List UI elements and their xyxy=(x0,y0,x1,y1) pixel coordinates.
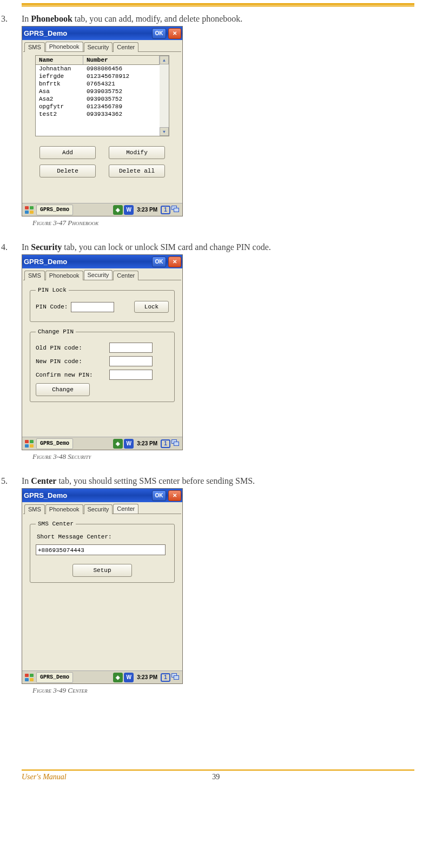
close-button[interactable]: ✕ xyxy=(168,257,181,267)
table-row[interactable]: Asa20939035752 xyxy=(36,95,160,103)
footer-label: User's Manual xyxy=(22,773,67,781)
tab-phonebook[interactable]: Phonebook xyxy=(45,271,83,280)
figure-caption: Figure 3-48 Security xyxy=(32,452,435,461)
col-header-number[interactable]: Number xyxy=(83,56,160,64)
titlebar[interactable]: GPRS_Demo OK ✕ xyxy=(22,255,182,268)
taskbar[interactable]: GPRS_Demo ◈ W 3:23 PM 1 xyxy=(22,437,182,450)
network-icon[interactable]: W xyxy=(124,205,134,215)
confirm-pin-label: Confirm new PIN: xyxy=(36,372,106,378)
change-pin-group: Change PIN Old PIN code: New PIN code: C… xyxy=(30,328,175,402)
figure-caption: Figure 3-49 Center xyxy=(32,686,435,695)
phonebook-list[interactable]: Name Number Johnathan0988086456 iefrgde0… xyxy=(35,55,169,136)
col-header-name[interactable]: Name xyxy=(36,56,83,64)
sms-center-label: Short Message Center: xyxy=(37,534,169,540)
ok-button[interactable]: OK xyxy=(152,490,166,501)
ok-button[interactable]: OK xyxy=(152,257,166,267)
scroll-up-icon[interactable]: ▲ xyxy=(160,56,169,64)
wifi-icon[interactable]: ◈ xyxy=(113,673,123,682)
cascade-windows-icon[interactable] xyxy=(171,206,181,214)
close-button[interactable]: ✕ xyxy=(168,490,181,501)
new-pin-input[interactable] xyxy=(109,356,153,366)
group-label: Change PIN xyxy=(36,328,76,335)
tab-sms[interactable]: SMS xyxy=(24,271,45,280)
pin-code-input[interactable] xyxy=(71,302,114,312)
old-pin-label: Old PIN code: xyxy=(36,345,106,351)
pin-code-label: PIN Code: xyxy=(36,304,68,310)
tab-center[interactable]: Center xyxy=(113,271,138,280)
clock[interactable]: 3:23 PM xyxy=(135,207,160,213)
cascade-windows-icon[interactable] xyxy=(171,439,181,448)
network-icon[interactable]: W xyxy=(124,439,134,449)
taskbar-app-button[interactable]: GPRS_Demo xyxy=(36,438,73,449)
tab-phonebook[interactable]: Phonebook xyxy=(45,504,83,514)
taskbar-app-button[interactable]: GPRS_Demo xyxy=(36,672,73,683)
table-row[interactable]: opgfytr0123456789 xyxy=(36,103,160,110)
center-window: GPRS_Demo OK ✕ SMS Phonebook Security Ce… xyxy=(22,488,183,684)
tab-sms[interactable]: SMS xyxy=(24,42,45,52)
list-description: In Security tab, you can lock or unlock … xyxy=(22,242,271,252)
modify-button[interactable]: Modify xyxy=(109,146,165,159)
ok-button[interactable]: OK xyxy=(152,28,166,39)
delete-all-button[interactable]: Delete all xyxy=(109,165,165,177)
start-icon[interactable] xyxy=(23,672,35,683)
tab-center[interactable]: Center xyxy=(113,504,138,514)
old-pin-input[interactable] xyxy=(109,343,153,353)
pin-lock-group: PIN Lock PIN Code: Lock xyxy=(30,287,175,322)
sms-center-input[interactable]: +886935074443 xyxy=(36,544,166,555)
group-label: SMS Center xyxy=(36,521,76,527)
taskbar-app-button[interactable]: GPRS_Demo xyxy=(36,205,73,215)
input-indicator-icon[interactable]: 1 xyxy=(161,673,170,682)
list-number: 3. xyxy=(1,14,22,24)
window-title: GPRS_Demo xyxy=(24,258,150,266)
tab-security[interactable]: Security xyxy=(84,42,113,52)
titlebar[interactable]: GPRS_Demo OK ✕ xyxy=(22,27,182,40)
input-indicator-icon[interactable]: 1 xyxy=(161,206,170,214)
security-window: GPRS_Demo OK ✕ SMS Phonebook Security Ce… xyxy=(22,254,183,450)
titlebar[interactable]: GPRS_Demo OK ✕ xyxy=(22,489,182,502)
page-number: 39 xyxy=(212,773,220,781)
taskbar[interactable]: GPRS_Demo ◈ W 3:23 PM 1 xyxy=(22,203,182,216)
window-title: GPRS_Demo xyxy=(24,491,150,499)
table-row[interactable]: bnfrtk07654321 xyxy=(36,80,160,88)
footer-rule xyxy=(22,770,414,771)
tab-security[interactable]: Security xyxy=(84,504,113,514)
scrollbar[interactable]: ▲ ▼ xyxy=(160,56,169,136)
new-pin-label: New PIN code: xyxy=(36,358,106,365)
tab-phonebook[interactable]: Phonebook xyxy=(45,42,83,51)
lock-button[interactable]: Lock xyxy=(134,301,169,313)
phonebook-window: GPRS_Demo OK ✕ SMS Phonebook Security Ce… xyxy=(22,26,183,216)
add-button[interactable]: Add xyxy=(39,146,96,159)
list-description: In Center tab, you should setting SMS ce… xyxy=(22,476,255,486)
wifi-icon[interactable]: ◈ xyxy=(113,205,123,215)
header-rule xyxy=(22,3,414,6)
table-row[interactable]: test20939334362 xyxy=(36,110,160,118)
wifi-icon[interactable]: ◈ xyxy=(113,439,123,449)
setup-button[interactable]: Setup xyxy=(72,564,132,577)
clock[interactable]: 3:23 PM xyxy=(135,674,160,680)
change-button[interactable]: Change xyxy=(36,383,90,396)
cascade-windows-icon[interactable] xyxy=(171,673,181,682)
tab-sms[interactable]: SMS xyxy=(24,504,45,514)
list-number: 5. xyxy=(1,476,22,486)
start-icon[interactable] xyxy=(23,205,35,215)
input-indicator-icon[interactable]: 1 xyxy=(161,439,170,448)
table-row[interactable]: Johnathan0988086456 xyxy=(36,65,160,73)
delete-button[interactable]: Delete xyxy=(39,165,96,177)
confirm-pin-input[interactable] xyxy=(109,370,153,380)
sms-center-group: SMS Center Short Message Center: +886935… xyxy=(30,521,175,583)
clock[interactable]: 3:23 PM xyxy=(135,440,160,446)
table-row[interactable]: Asa0939035752 xyxy=(36,88,160,95)
table-row[interactable]: iefrgde012345678912 xyxy=(36,73,160,80)
taskbar[interactable]: GPRS_Demo ◈ W 3:23 PM 1 xyxy=(22,670,182,683)
tab-center[interactable]: Center xyxy=(113,42,138,52)
group-label: PIN Lock xyxy=(36,287,69,293)
figure-caption: Figure 3-47 Phonebook xyxy=(32,219,435,227)
list-description: In Phonebook tab, you can add, modify, a… xyxy=(22,14,242,24)
list-number: 4. xyxy=(1,242,22,252)
scroll-down-icon[interactable]: ▼ xyxy=(160,127,169,136)
window-title: GPRS_Demo xyxy=(24,29,150,37)
tab-security[interactable]: Security xyxy=(84,270,113,280)
close-button[interactable]: ✕ xyxy=(168,28,181,39)
network-icon[interactable]: W xyxy=(124,673,134,682)
start-icon[interactable] xyxy=(23,438,35,449)
